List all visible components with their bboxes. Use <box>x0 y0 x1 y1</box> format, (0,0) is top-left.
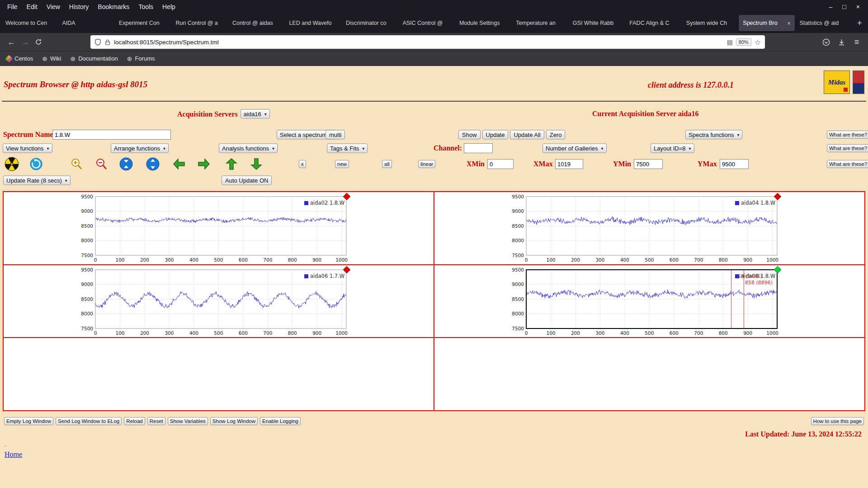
menu-bookmarks[interactable]: Bookmarks <box>93 1 134 12</box>
reader-mode-icon[interactable]: ▤ <box>727 38 733 46</box>
update-all-button[interactable]: Update All <box>510 130 544 140</box>
tab[interactable]: ASIC Control @ <box>398 15 454 31</box>
menu-history[interactable]: History <box>65 1 94 12</box>
bookmark-wiki[interactable]: ⊕Wiki <box>42 55 61 62</box>
tab[interactable]: Control @ aidas <box>228 15 284 31</box>
x-button[interactable]: x <box>299 160 306 168</box>
menu-file[interactable]: File <box>3 1 22 12</box>
spectrum-chart[interactable]: aida04 1.8.W7500800085009000950001002003… <box>509 192 782 266</box>
maximize-button[interactable]: □ <box>842 3 846 10</box>
tab[interactable]: GSI White Rabb <box>569 15 624 31</box>
new-tab-button[interactable]: + <box>852 15 867 31</box>
bookmark-forums[interactable]: ⊕Forums <box>127 55 155 62</box>
menu-help[interactable]: Help <box>158 1 180 12</box>
number-of-galleries-select[interactable]: Number of Galleries <box>542 144 607 153</box>
minimize-button[interactable]: – <box>829 3 833 10</box>
zero-button[interactable]: Zero <box>546 130 566 140</box>
arrange-functions-select[interactable]: Arrange functions <box>111 144 169 153</box>
compress-y-icon[interactable] <box>119 157 133 171</box>
bookmark-documentation[interactable]: ⊕Documentation <box>70 55 118 62</box>
url-bar[interactable]: localhost:8015/Spectrum/Spectrum.tml ▤ 8… <box>90 35 765 49</box>
back-button[interactable]: ← <box>5 35 18 49</box>
analysis-functions-select[interactable]: Analysis functions <box>219 144 278 153</box>
gallery-cell[interactable]: aida06 1.7.W7500800085009000950001002003… <box>3 265 434 338</box>
bookmark-star-icon[interactable]: ☆ <box>755 38 761 47</box>
gallery-cell[interactable]: aida02 1.8.W7500800085009000950001002003… <box>3 192 434 265</box>
all-button[interactable]: all <box>382 160 392 168</box>
reload-button[interactable] <box>32 35 45 49</box>
spectra-functions-select[interactable]: Spectra functions <box>685 130 742 140</box>
update-button[interactable]: Update <box>482 130 509 140</box>
zoom-out-icon[interactable] <box>94 157 108 171</box>
tab[interactable]: System wide Ch <box>682 15 738 31</box>
show-variables-button[interactable]: Show Variables <box>168 417 208 425</box>
tab[interactable]: Temperature an <box>512 15 567 31</box>
tab[interactable]: FADC Align & C <box>625 15 681 31</box>
tab[interactable]: Experiment Con <box>115 15 170 31</box>
gallery-cell[interactable]: aida04 1.8.W7500800085009000950001002003… <box>434 192 865 265</box>
menu-edit[interactable]: Edit <box>22 1 42 12</box>
xmin-input[interactable] <box>487 159 514 169</box>
app-menu-icon[interactable]: ≡ <box>850 35 863 49</box>
tab[interactable]: LED and Wavefo <box>285 15 340 31</box>
close-button[interactable]: × <box>856 3 860 10</box>
update-rate-select[interactable]: Update Rate (8 secs) <box>3 176 71 185</box>
tab[interactable]: Discriminator co <box>342 15 397 31</box>
pocket-icon[interactable] <box>819 35 833 49</box>
home-link[interactable]: Home <box>5 450 22 459</box>
what-are-these-button-3[interactable]: What are these? <box>827 160 868 168</box>
show-log-window-button[interactable]: Show Log Window <box>210 417 258 425</box>
new-button[interactable]: new <box>335 160 349 168</box>
ymin-input[interactable] <box>634 159 663 169</box>
shift-right-icon[interactable] <box>197 157 211 171</box>
zoom-level-chip[interactable]: 80% <box>736 38 751 46</box>
spectrum-chart[interactable]: 858 (9446)858 (8896)aida08 1.8.W75008000… <box>509 265 782 339</box>
multi-button[interactable]: multi <box>326 130 345 140</box>
tab[interactable]: Welcome to Cen <box>1 15 57 31</box>
layout-id-select[interactable]: Layout ID=8 <box>651 144 694 153</box>
what-are-these-button-2[interactable]: What are these? <box>827 144 868 152</box>
tab[interactable]: Statistics @ aid <box>796 15 851 31</box>
show-button[interactable]: Show <box>458 130 481 140</box>
reset-button[interactable]: Reset <box>147 417 165 425</box>
how-to-use-button[interactable]: How to use this page <box>811 417 864 425</box>
shift-up-icon[interactable] <box>224 157 239 171</box>
send-log-window-to-elog-button[interactable]: Send Log Window to ELog <box>56 417 122 425</box>
tags-fits-select[interactable]: Tags & Fits <box>327 144 368 153</box>
lock-icon[interactable] <box>104 39 111 46</box>
xmax-input[interactable] <box>555 159 583 169</box>
tab[interactable]: Module Settings <box>455 15 511 31</box>
shift-down-icon[interactable] <box>249 157 264 171</box>
tab-close-icon[interactable]: × <box>787 20 791 27</box>
tab[interactable]: AIDA <box>58 15 113 31</box>
expand-y-icon[interactable] <box>146 157 160 171</box>
bookmark-centos[interactable]: Centos <box>6 55 33 62</box>
url-text[interactable]: localhost:8015/Spectrum/Spectrum.tml <box>114 39 724 46</box>
shift-left-icon[interactable] <box>172 157 186 171</box>
view-functions-select[interactable]: View functions <box>3 144 52 153</box>
refresh-icon[interactable] <box>29 157 43 171</box>
forward-button[interactable]: → <box>18 35 32 49</box>
reload-button[interactable]: Reload <box>124 417 145 425</box>
spectrum-chart[interactable]: aida06 1.7.W7500800085009000950001002003… <box>78 265 351 339</box>
auto-update-button[interactable]: Auto Update ON <box>222 176 272 185</box>
enable-logging-button[interactable]: Enable Logging <box>260 417 301 425</box>
menu-view[interactable]: View <box>42 1 65 12</box>
zoom-in-icon[interactable] <box>69 157 84 171</box>
empty-log-window-button[interactable]: Empty Log Window <box>4 417 53 425</box>
spectrum-chart[interactable]: aida02 1.8.W7500800085009000950001002003… <box>78 192 351 266</box>
download-icon[interactable] <box>835 35 848 49</box>
linear-button[interactable]: linear <box>418 160 435 168</box>
gallery-cell[interactable]: 858 (9446)858 (8896)aida08 1.8.W75008000… <box>434 265 865 338</box>
acquisition-server-select[interactable]: aida16 <box>241 109 270 119</box>
shield-icon[interactable] <box>94 38 101 46</box>
spectrum-name-input[interactable] <box>52 130 171 140</box>
bookmark-label: Wiki <box>50 55 61 62</box>
what-are-these-button-1[interactable]: What are these? <box>827 131 868 139</box>
tab[interactable]: Spectrum Bro× <box>739 15 794 31</box>
menu-tools[interactable]: Tools <box>134 1 158 12</box>
ymax-input[interactable] <box>720 159 749 169</box>
tab[interactable]: Run Control @ a <box>171 15 227 31</box>
radiation-icon[interactable] <box>5 157 19 171</box>
channel-input[interactable] <box>464 143 493 153</box>
